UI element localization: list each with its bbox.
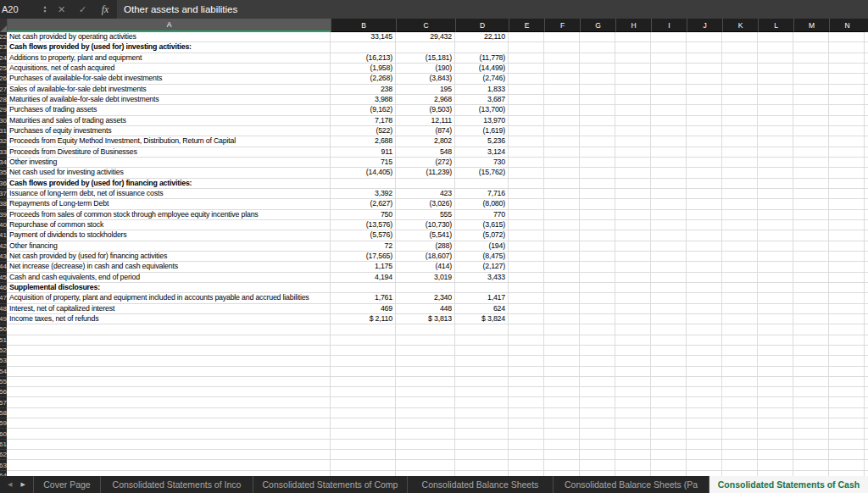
cell-c32[interactable]: 2,802 [396,136,455,147]
cell-l59[interactable] [758,418,793,429]
cell-d23[interactable] [455,42,509,53]
cell-m63[interactable] [793,460,829,470]
cell-l28[interactable] [758,95,793,105]
cell-e40[interactable] [509,220,544,230]
cell-k41[interactable] [722,230,758,241]
cell-m41[interactable] [793,230,829,241]
cell-k43[interactable] [722,252,758,262]
cell-i44[interactable] [651,262,687,272]
cell-l30[interactable] [758,116,793,126]
cell-n29[interactable] [829,105,865,115]
cell-j29[interactable] [687,105,722,115]
cell-g57[interactable] [580,397,615,407]
cell-k55[interactable] [722,377,758,387]
cell-h42[interactable] [615,241,651,252]
cell-d36[interactable] [455,179,509,189]
cell-c44[interactable]: (414) [396,262,455,272]
cell-l44[interactable] [758,262,793,272]
row-number[interactable]: 46 [0,283,7,293]
cell-g45[interactable] [580,273,615,283]
row-number[interactable]: 41 [0,230,7,241]
cell-j39[interactable] [687,210,722,220]
cell-f53[interactable] [544,356,580,366]
cell-n28[interactable] [829,95,865,105]
cell-n62[interactable] [829,450,865,460]
cell-e49[interactable] [509,314,544,324]
cell-n46[interactable] [829,283,865,293]
cell-i24[interactable] [651,53,687,64]
cell-j37[interactable] [687,189,722,199]
cell-i23[interactable] [651,42,687,53]
cell-m59[interactable] [793,418,829,429]
row-number[interactable]: 36 [0,179,7,189]
cell-c28[interactable]: 2,968 [396,95,455,105]
cancel-icon[interactable]: ✕ [51,4,72,15]
formula-bar-input[interactable]: Other assets and liabilities [117,0,868,19]
cell-b29[interactable]: (9,162) [331,105,396,115]
cell-i47[interactable] [651,293,687,303]
cell-j28[interactable] [687,95,722,105]
cell-l29[interactable] [758,105,793,115]
cell-a57[interactable] [7,397,331,407]
cell-e23[interactable] [509,42,544,53]
cell-m35[interactable] [793,168,829,178]
cell-k54[interactable] [722,367,758,377]
cell-i30[interactable] [651,116,687,126]
cell-k63[interactable] [722,460,758,470]
cell-m62[interactable] [793,450,829,460]
cell-k38[interactable] [722,199,758,209]
cell-i49[interactable] [651,314,687,324]
cell-l61[interactable] [758,440,793,450]
cell-k25[interactable] [722,64,758,74]
cell-b59[interactable] [331,418,396,429]
cell-k22[interactable] [722,32,758,42]
cell-e53[interactable] [509,356,544,366]
cell-n60[interactable] [829,429,865,439]
cell-i53[interactable] [651,356,687,366]
cell-f45[interactable] [544,273,580,283]
cell-j30[interactable] [687,116,722,126]
cell-a36[interactable]: Cash flows provided by (used for) financ… [7,179,331,189]
cell-c22[interactable]: 29,432 [396,32,455,42]
cell-d44[interactable]: (2,127) [455,262,509,272]
cell-f35[interactable] [544,168,580,178]
cell-m50[interactable] [793,324,829,335]
cell-name-box[interactable]: A20 [0,0,39,19]
cell-n52[interactable] [829,346,865,356]
cell-e61[interactable] [509,440,544,450]
cell-g41[interactable] [580,230,615,241]
cell-d39[interactable]: 770 [455,210,509,220]
cell-f56[interactable] [544,387,580,397]
cell-a24[interactable]: Additions to property, plant and equipme… [7,53,331,64]
insert-function-icon[interactable]: fx [93,3,117,16]
cell-i46[interactable] [651,283,687,293]
cell-f54[interactable] [544,367,580,377]
cell-m26[interactable] [793,74,829,84]
cell-f51[interactable] [544,335,580,346]
cell-i22[interactable] [651,32,687,42]
cell-a53[interactable] [7,356,331,366]
cell-g40[interactable] [580,220,615,230]
cell-d51[interactable] [455,335,509,346]
cell-l22[interactable] [758,32,793,42]
cell-h50[interactable] [615,324,651,335]
cell-m30[interactable] [793,116,829,126]
cell-e42[interactable] [509,241,544,252]
cell-k39[interactable] [722,210,758,220]
cell-n31[interactable] [829,126,865,136]
cell-i40[interactable] [651,220,687,230]
cell-i33[interactable] [651,147,687,158]
cell-g32[interactable] [580,136,615,147]
cell-k56[interactable] [722,387,758,397]
cell-h45[interactable] [615,273,651,283]
row-number[interactable]: 50 [0,324,7,335]
cell-e48[interactable] [509,304,544,314]
cell-f52[interactable] [544,346,580,356]
cell-d24[interactable]: (11,778) [455,53,509,64]
cell-m61[interactable] [793,440,829,450]
cell-a25[interactable]: Acquisitions, net of cash acquired [7,64,331,74]
cell-b39[interactable]: 750 [331,210,396,220]
cell-k27[interactable] [722,85,758,95]
cell-l36[interactable] [758,179,793,189]
cell-n56[interactable] [829,387,865,397]
